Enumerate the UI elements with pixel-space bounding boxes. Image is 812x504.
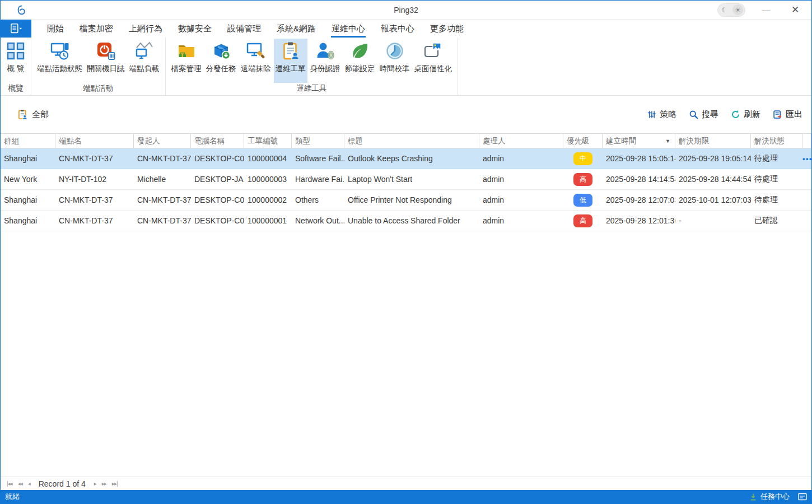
overview-button[interactable]: 概 覽 xyxy=(4,39,27,83)
task-center-button[interactable]: 任務中心 xyxy=(749,492,790,502)
tab-data-security[interactable]: 數據安全 xyxy=(170,20,220,38)
cell-group: Shanghai xyxy=(1,195,55,204)
record-count-label: Record 1 of 4 xyxy=(39,479,86,488)
cell-endpoint: NY-IT-DT-102 xyxy=(55,175,134,184)
export-button[interactable]: 匯出 xyxy=(773,109,802,120)
policy-button[interactable]: 策略 xyxy=(647,109,676,120)
previous-record-icon[interactable]: ◂ xyxy=(25,480,33,487)
policy-label: 策略 xyxy=(660,109,676,120)
column-header-status[interactable]: 解決狀態 xyxy=(751,134,802,148)
table-row[interactable]: Shanghai CN-MKT-DT-37 CN-MKT-DT-37 DESKT… xyxy=(1,148,811,169)
ribbon-group-ops-tools: 檔案管理 分發任務 xyxy=(166,38,459,95)
next-record-icon[interactable]: ▸ xyxy=(91,480,99,487)
column-header-title[interactable]: 標題 xyxy=(344,134,479,148)
ribbon-button-label: 檔案管理 xyxy=(171,64,202,74)
moon-icon[interactable]: ☾ xyxy=(720,6,730,14)
cell-title: Unable to Access Shared Folder xyxy=(344,216,479,225)
cell-group: Shanghai xyxy=(1,216,55,225)
column-header-priority[interactable]: 優先級 xyxy=(563,134,603,148)
tab-system-network[interactable]: 系統&網路 xyxy=(269,20,324,38)
leaf-icon xyxy=(351,41,370,60)
tab-report-center[interactable]: 報表中心 xyxy=(373,20,422,38)
first-record-icon[interactable]: |◂◂ xyxy=(4,480,15,487)
menu-bar: 開始 檔案加密 上網行為 數據安全 設備管理 系統&網路 運維中心 報表中心 更… xyxy=(1,20,811,38)
priority-badge: 中 xyxy=(573,152,592,165)
column-header-handler[interactable]: 處理人 xyxy=(479,134,563,148)
cell-deadline: 2025-10-01 12:07:03 xyxy=(675,195,751,204)
cell-ticket-no: 100000002 xyxy=(244,195,292,204)
minimize-button[interactable]: — xyxy=(758,6,774,14)
tab-more-features[interactable]: 更多功能 xyxy=(422,20,472,38)
cell-computer: DESKTOP-C0... xyxy=(191,154,244,163)
ribbon: 概 覽 概覽 端點活動狀態 xyxy=(1,38,811,96)
all-tickets-icon xyxy=(17,109,28,120)
fast-forward-icon[interactable]: ▸▸ xyxy=(99,480,109,487)
ribbon-button-label: 遠端抹除 xyxy=(241,64,271,74)
column-header-computer[interactable]: 電腦名稱 xyxy=(191,134,244,148)
search-label: 搜尋 xyxy=(702,109,718,120)
monitor-clock-icon xyxy=(50,41,69,60)
endpoint-activity-status-button[interactable]: 端點活動狀態 xyxy=(35,39,84,83)
cell-status: 待處理 xyxy=(751,195,802,205)
ribbon-button-label: 開關機日誌 xyxy=(87,64,125,74)
window-title: Ping32 xyxy=(1,6,811,15)
cell-created: 2025-09-28 12:01:36 xyxy=(603,216,675,225)
column-header-ticket-no[interactable]: 工單編號 xyxy=(244,134,292,148)
table-row[interactable]: Shanghai CN-MKT-DT-37 CN-MKT-DT-37 DESKT… xyxy=(1,190,811,211)
sun-icon[interactable]: ☀ xyxy=(732,4,743,15)
cell-ticket-no: 100000001 xyxy=(244,216,292,225)
time-calibration-button[interactable]: 時間校準 xyxy=(378,39,412,83)
ribbon-filler xyxy=(458,38,811,95)
table-header-row: 群組 端點名 發起人 電腦名稱 工單編號 類型 標題 處理人 優先級 建立時間 … xyxy=(1,133,811,148)
ribbon-button-label: 節能設定 xyxy=(345,64,375,74)
refresh-button[interactable]: 刷新 xyxy=(731,109,760,120)
theme-toggle[interactable]: ☾ ☀ xyxy=(717,3,745,17)
last-record-icon[interactable]: ▸▸| xyxy=(109,480,120,487)
table-row[interactable]: New York NY-IT-DT-102 Michelle DESKTOP-J… xyxy=(1,169,811,190)
cell-ticket-no: 100000004 xyxy=(244,154,292,163)
tab-file-encryption[interactable]: 檔案加密 xyxy=(72,20,121,38)
filter-all-button[interactable]: 全部 xyxy=(17,109,49,120)
cell-deadline: 2025-09-28 19:05:14 xyxy=(675,154,751,163)
column-header-initiator[interactable]: 發起人 xyxy=(134,134,191,148)
endpoint-load-button[interactable]: 端點負載 xyxy=(128,39,161,83)
app-menu-button[interactable] xyxy=(1,20,31,38)
cell-created: 2025-09-28 12:07:03 xyxy=(603,195,675,204)
file-management-button[interactable]: 檔案管理 xyxy=(170,39,203,83)
priority-badge: 高 xyxy=(573,214,592,227)
desktop-personalization-button[interactable]: 桌面個性化 xyxy=(413,39,454,83)
identity-auth-button[interactable]: 身份認證 xyxy=(309,39,342,83)
column-header-deadline[interactable]: 解決期限 xyxy=(675,134,751,148)
tab-web-behavior[interactable]: 上網行為 xyxy=(121,20,170,38)
cell-initiator: Michelle xyxy=(134,175,191,184)
ticket-clipboard-icon xyxy=(281,41,300,60)
column-header-group[interactable]: 群組 xyxy=(1,134,55,148)
search-button[interactable]: 搜尋 xyxy=(689,109,718,120)
remote-wipe-button[interactable]: 遠端抹除 xyxy=(239,39,273,83)
folder-network-icon xyxy=(177,41,196,60)
cell-initiator: CN-MKT-DT-37 xyxy=(134,216,191,225)
cell-initiator: CN-MKT-DT-37 xyxy=(134,154,191,163)
ribbon-tabs: 開始 檔案加密 上網行為 數據安全 設備管理 系統&網路 運維中心 報表中心 更… xyxy=(39,20,472,38)
monitor-chart-icon xyxy=(135,41,154,60)
ribbon-group-label: 概覽 xyxy=(4,83,27,95)
table-row[interactable]: Shanghai CN-MKT-DT-37 CN-MKT-DT-37 DESKT… xyxy=(1,211,811,231)
cell-type: Network Out... xyxy=(292,216,344,225)
task-panel-icon[interactable] xyxy=(798,493,807,501)
tab-device-management[interactable]: 設備管理 xyxy=(220,20,269,38)
row-actions-button[interactable]: ••• xyxy=(802,155,811,163)
column-header-endpoint[interactable]: 端點名 xyxy=(55,134,134,148)
fast-backward-icon[interactable]: ◂◂ xyxy=(15,480,25,487)
close-button[interactable]: ✕ xyxy=(787,5,804,15)
column-header-created[interactable]: 建立時間 ▼ xyxy=(603,134,675,148)
identity-fingerprint-icon xyxy=(316,41,335,60)
tab-ops-center[interactable]: 運維中心 xyxy=(324,20,373,38)
ops-ticket-button[interactable]: 運維工單 xyxy=(274,39,307,83)
dispatch-task-button[interactable]: 分發任務 xyxy=(204,39,238,83)
power-log-button[interactable]: 開關機日誌 xyxy=(85,39,127,83)
ribbon-button-label: 分發任務 xyxy=(206,64,236,74)
tab-start[interactable]: 開始 xyxy=(39,20,72,38)
ribbon-button-label: 端點負載 xyxy=(129,64,160,74)
energy-saving-button[interactable]: 節能設定 xyxy=(343,39,377,83)
column-header-type[interactable]: 類型 xyxy=(292,134,344,148)
